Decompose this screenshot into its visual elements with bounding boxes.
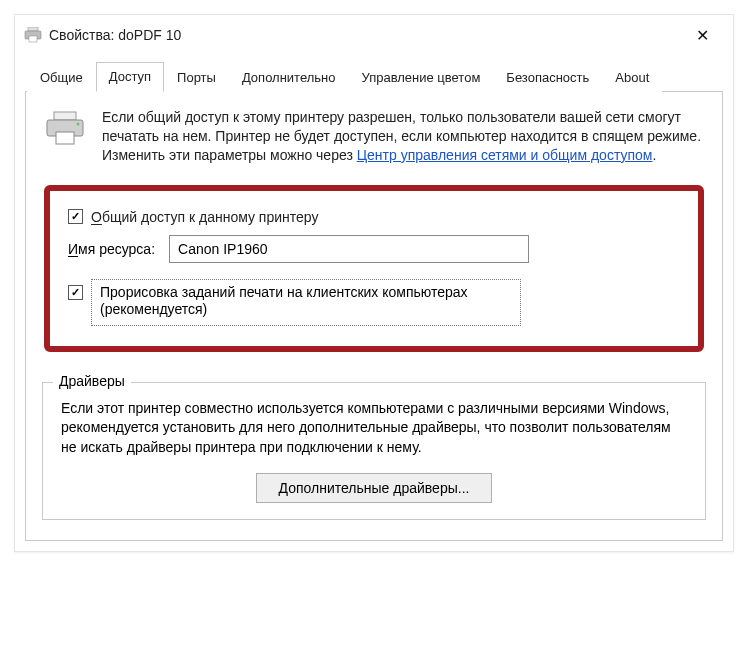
drivers-text: Если этот принтер совместно используется… (61, 399, 687, 458)
share-name-input[interactable] (169, 235, 529, 263)
tab-general[interactable]: Общие (27, 63, 96, 92)
share-this-printer-row: Общий доступ к данному принтеру (68, 209, 680, 225)
sharing-info: Если общий доступ к этому принтеру разре… (42, 108, 706, 165)
tab-body: Если общий доступ к этому принтеру разре… (25, 92, 723, 541)
tab-color[interactable]: Управление цветом (348, 63, 493, 92)
network-center-link[interactable]: Центр управления сетями и общим доступом (357, 147, 653, 163)
tab-advanced[interactable]: Дополнительно (229, 63, 349, 92)
titlebar: Свойства: doPDF 10 ✕ (15, 15, 733, 51)
share-printer-checkbox[interactable] (68, 209, 83, 224)
tab-strip: Общие Доступ Порты Дополнительно Управле… (25, 61, 723, 92)
drivers-groupbox: Драйверы Если этот принтер совместно исп… (42, 382, 706, 521)
share-name-label: Имя ресурса: (68, 241, 155, 257)
svg-point-5 (77, 123, 80, 126)
svg-rect-6 (56, 132, 74, 144)
share-name-row: Имя ресурса: (68, 235, 680, 263)
printer-icon (23, 27, 43, 43)
svg-rect-2 (29, 36, 37, 42)
tab-sharing[interactable]: Доступ (96, 62, 164, 92)
properties-dialog: Свойства: doPDF 10 ✕ Общие Доступ Порты … (14, 14, 734, 552)
window-title: Свойства: doPDF 10 (49, 27, 679, 43)
sharing-info-text: Если общий доступ к этому принтеру разре… (102, 108, 706, 165)
additional-drivers-button[interactable]: Дополнительные драйверы... (256, 473, 493, 503)
tab-ports[interactable]: Порты (164, 63, 229, 92)
tab-about[interactable]: About (602, 63, 662, 92)
printer-large-icon (42, 110, 88, 146)
info-text-after: . (652, 147, 656, 163)
render-on-client-row: Прорисовка заданий печати на клиентских … (68, 279, 680, 326)
render-on-client-label: Прорисовка заданий печати на клиентских … (91, 279, 521, 326)
highlight-redbox: Общий доступ к данному принтеру Имя ресу… (44, 185, 704, 352)
render-on-client-checkbox[interactable] (68, 285, 83, 300)
share-printer-label: Общий доступ к данному принтеру (91, 209, 318, 225)
tab-security[interactable]: Безопасность (493, 63, 602, 92)
svg-rect-0 (28, 27, 38, 31)
svg-rect-3 (54, 112, 76, 120)
close-button[interactable]: ✕ (679, 21, 725, 49)
drivers-legend: Драйверы (53, 373, 131, 389)
